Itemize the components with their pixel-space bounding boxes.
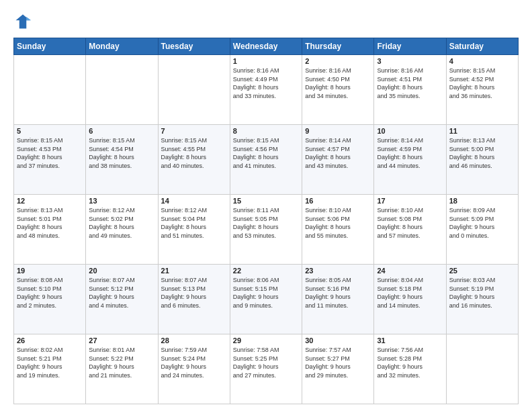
- day-info: Sunrise: 7:58 AM Sunset: 5:25 PM Dayligh…: [233, 346, 299, 379]
- weekday-header-saturday: Saturday: [446, 38, 518, 55]
- day-number: 15: [233, 197, 299, 205]
- week-row-2: 5Sunrise: 8:15 AM Sunset: 4:53 PM Daylig…: [14, 125, 519, 195]
- calendar-cell: 17Sunrise: 8:10 AM Sunset: 5:08 PM Dayli…: [374, 195, 446, 265]
- week-row-4: 19Sunrise: 8:08 AM Sunset: 5:10 PM Dayli…: [14, 265, 519, 334]
- day-number: 5: [17, 127, 83, 135]
- calendar-cell: 24Sunrise: 8:04 AM Sunset: 5:18 PM Dayli…: [374, 265, 446, 334]
- day-number: 8: [233, 127, 299, 135]
- day-number: 21: [161, 267, 227, 275]
- week-row-1: 1Sunrise: 8:16 AM Sunset: 4:49 PM Daylig…: [14, 55, 519, 125]
- day-info: Sunrise: 8:15 AM Sunset: 4:52 PM Dayligh…: [449, 66, 515, 100]
- day-info: Sunrise: 8:10 AM Sunset: 5:06 PM Dayligh…: [305, 206, 371, 240]
- calendar-cell: 12Sunrise: 8:13 AM Sunset: 5:01 PM Dayli…: [14, 195, 86, 265]
- day-info: Sunrise: 8:11 AM Sunset: 5:05 PM Dayligh…: [233, 206, 299, 240]
- day-info: Sunrise: 8:13 AM Sunset: 5:01 PM Dayligh…: [17, 206, 83, 240]
- header: [13, 12, 519, 31]
- weekday-header-monday: Monday: [86, 38, 158, 55]
- calendar-cell: 13Sunrise: 8:12 AM Sunset: 5:02 PM Dayli…: [86, 195, 158, 265]
- calendar-cell: 30Sunrise: 7:57 AM Sunset: 5:27 PM Dayli…: [302, 334, 374, 404]
- calendar-cell: 19Sunrise: 8:08 AM Sunset: 5:10 PM Dayli…: [14, 265, 86, 334]
- calendar-cell: 22Sunrise: 8:06 AM Sunset: 5:15 PM Dayli…: [230, 265, 302, 334]
- calendar-cell: 18Sunrise: 8:09 AM Sunset: 5:09 PM Dayli…: [446, 195, 518, 265]
- weekday-header-tuesday: Tuesday: [158, 38, 230, 55]
- day-info: Sunrise: 8:04 AM Sunset: 5:18 PM Dayligh…: [377, 276, 443, 310]
- calendar-cell: [158, 55, 230, 125]
- day-number: 16: [305, 197, 371, 205]
- day-number: 12: [17, 197, 83, 205]
- weekday-header-wednesday: Wednesday: [230, 38, 302, 55]
- calendar-body: 1Sunrise: 8:16 AM Sunset: 4:49 PM Daylig…: [14, 55, 519, 404]
- day-info: Sunrise: 8:12 AM Sunset: 5:04 PM Dayligh…: [161, 206, 227, 240]
- day-info: Sunrise: 8:15 AM Sunset: 4:55 PM Dayligh…: [161, 136, 227, 170]
- calendar-cell: 21Sunrise: 8:07 AM Sunset: 5:13 PM Dayli…: [158, 265, 230, 334]
- day-number: 17: [377, 197, 443, 205]
- day-number: 13: [89, 197, 154, 205]
- calendar-cell: 28Sunrise: 7:59 AM Sunset: 5:24 PM Dayli…: [158, 334, 230, 404]
- calendar-cell: 23Sunrise: 8:05 AM Sunset: 5:16 PM Dayli…: [302, 265, 374, 334]
- day-number: 2: [305, 57, 371, 65]
- day-info: Sunrise: 8:14 AM Sunset: 4:59 PM Dayligh…: [377, 136, 443, 170]
- day-info: Sunrise: 8:14 AM Sunset: 4:57 PM Dayligh…: [305, 136, 371, 170]
- day-number: 24: [377, 267, 443, 275]
- logo-icon: [13, 12, 32, 31]
- day-number: 31: [377, 336, 443, 345]
- day-number: 10: [377, 127, 443, 135]
- day-info: Sunrise: 8:16 AM Sunset: 4:49 PM Dayligh…: [233, 66, 299, 100]
- day-number: 1: [233, 57, 299, 65]
- week-row-5: 26Sunrise: 8:02 AM Sunset: 5:21 PM Dayli…: [14, 334, 519, 404]
- calendar-cell: 25Sunrise: 8:03 AM Sunset: 5:19 PM Dayli…: [446, 265, 518, 334]
- weekday-row: SundayMondayTuesdayWednesdayThursdayFrid…: [14, 38, 519, 55]
- day-info: Sunrise: 8:12 AM Sunset: 5:02 PM Dayligh…: [89, 206, 154, 240]
- day-info: Sunrise: 8:05 AM Sunset: 5:16 PM Dayligh…: [305, 276, 371, 310]
- day-info: Sunrise: 7:57 AM Sunset: 5:27 PM Dayligh…: [305, 346, 371, 379]
- calendar-header: SundayMondayTuesdayWednesdayThursdayFrid…: [14, 38, 519, 55]
- weekday-header-sunday: Sunday: [14, 38, 86, 55]
- day-info: Sunrise: 8:07 AM Sunset: 5:12 PM Dayligh…: [89, 276, 154, 310]
- calendar-cell: [446, 334, 518, 404]
- day-number: 25: [449, 267, 515, 275]
- day-info: Sunrise: 7:56 AM Sunset: 5:28 PM Dayligh…: [377, 346, 443, 379]
- day-info: Sunrise: 8:15 AM Sunset: 4:54 PM Dayligh…: [89, 136, 154, 170]
- calendar-cell: 1Sunrise: 8:16 AM Sunset: 4:49 PM Daylig…: [230, 55, 302, 125]
- day-info: Sunrise: 8:02 AM Sunset: 5:21 PM Dayligh…: [17, 346, 83, 379]
- calendar-cell: 8Sunrise: 8:15 AM Sunset: 4:56 PM Daylig…: [230, 125, 302, 195]
- day-number: 18: [449, 197, 515, 205]
- day-info: Sunrise: 7:59 AM Sunset: 5:24 PM Dayligh…: [161, 346, 227, 379]
- calendar-cell: 3Sunrise: 8:16 AM Sunset: 4:51 PM Daylig…: [374, 55, 446, 125]
- day-info: Sunrise: 8:07 AM Sunset: 5:13 PM Dayligh…: [161, 276, 227, 310]
- calendar-cell: [14, 55, 86, 125]
- day-info: Sunrise: 8:15 AM Sunset: 4:53 PM Dayligh…: [17, 136, 83, 170]
- day-number: 29: [233, 336, 299, 345]
- day-number: 30: [305, 336, 371, 345]
- calendar-cell: [86, 55, 158, 125]
- svg-marker-0: [16, 15, 30, 29]
- day-info: Sunrise: 8:03 AM Sunset: 5:19 PM Dayligh…: [449, 276, 515, 310]
- day-number: 9: [305, 127, 371, 135]
- day-info: Sunrise: 8:16 AM Sunset: 4:50 PM Dayligh…: [305, 66, 371, 100]
- calendar-cell: 9Sunrise: 8:14 AM Sunset: 4:57 PM Daylig…: [302, 125, 374, 195]
- day-info: Sunrise: 8:10 AM Sunset: 5:08 PM Dayligh…: [377, 206, 443, 240]
- calendar-cell: 16Sunrise: 8:10 AM Sunset: 5:06 PM Dayli…: [302, 195, 374, 265]
- weekday-header-friday: Friday: [374, 38, 446, 55]
- day-info: Sunrise: 8:16 AM Sunset: 4:51 PM Dayligh…: [377, 66, 443, 100]
- calendar-cell: 7Sunrise: 8:15 AM Sunset: 4:55 PM Daylig…: [158, 125, 230, 195]
- calendar-cell: 26Sunrise: 8:02 AM Sunset: 5:21 PM Dayli…: [14, 334, 86, 404]
- calendar-cell: 6Sunrise: 8:15 AM Sunset: 4:54 PM Daylig…: [86, 125, 158, 195]
- week-row-3: 12Sunrise: 8:13 AM Sunset: 5:01 PM Dayli…: [14, 195, 519, 265]
- day-number: 6: [89, 127, 154, 135]
- calendar-cell: 15Sunrise: 8:11 AM Sunset: 5:05 PM Dayli…: [230, 195, 302, 265]
- day-info: Sunrise: 8:13 AM Sunset: 5:00 PM Dayligh…: [449, 136, 515, 170]
- day-number: 3: [377, 57, 443, 65]
- day-number: 20: [89, 267, 154, 275]
- day-info: Sunrise: 8:06 AM Sunset: 5:15 PM Dayligh…: [233, 276, 299, 310]
- day-number: 28: [161, 336, 227, 345]
- day-number: 22: [233, 267, 299, 275]
- day-number: 26: [17, 336, 83, 345]
- day-number: 23: [305, 267, 371, 275]
- day-info: Sunrise: 8:09 AM Sunset: 5:09 PM Dayligh…: [449, 206, 515, 240]
- calendar-cell: 4Sunrise: 8:15 AM Sunset: 4:52 PM Daylig…: [446, 55, 518, 125]
- calendar-cell: 11Sunrise: 8:13 AM Sunset: 5:00 PM Dayli…: [446, 125, 518, 195]
- day-info: Sunrise: 8:01 AM Sunset: 5:22 PM Dayligh…: [89, 346, 154, 379]
- weekday-header-thursday: Thursday: [302, 38, 374, 55]
- calendar-cell: 10Sunrise: 8:14 AM Sunset: 4:59 PM Dayli…: [374, 125, 446, 195]
